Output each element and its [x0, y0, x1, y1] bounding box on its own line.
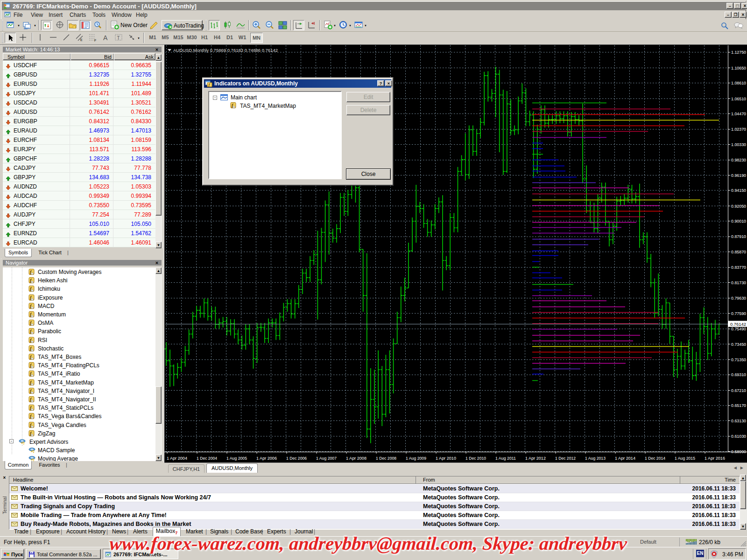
svg-text:1.04470: 1.04470	[731, 111, 746, 116]
svg-text:1 Aug 2011: 1 Aug 2011	[495, 455, 516, 461]
svg-text:0.75490: 0.75490	[731, 326, 746, 331]
svg-text:1 Dec 2012: 1 Dec 2012	[555, 455, 576, 461]
svg-text:0.76142: 0.76142	[730, 322, 746, 327]
svg-text:1 Aug 2005: 1 Aug 2005	[226, 455, 247, 461]
svg-text:0.58990: 0.58990	[731, 449, 746, 454]
svg-text:0.87910: 0.87910	[731, 234, 746, 239]
svg-text:1 Aug 2013: 1 Aug 2013	[585, 455, 606, 461]
svg-text:1.12750: 1.12750	[731, 49, 746, 55]
svg-text:0.90010: 0.90010	[731, 218, 746, 224]
svg-text:1 Apr 2014: 1 Apr 2014	[615, 455, 635, 461]
svg-text:0.65170: 0.65170	[731, 403, 746, 408]
svg-text:1 Aug 2009: 1 Aug 2009	[406, 455, 426, 461]
svg-text:0.98230: 0.98230	[731, 157, 746, 162]
svg-text:1 Aug 2007: 1 Aug 2007	[316, 455, 337, 461]
svg-text:0.92050: 0.92050	[731, 203, 746, 209]
svg-text:1 Apr 2016: 1 Apr 2016	[705, 455, 725, 461]
svg-text:1 Dec 2010: 1 Dec 2010	[465, 455, 486, 461]
svg-text:1 Dec 2008: 1 Dec 2008	[376, 455, 396, 461]
svg-text:0.85870: 0.85870	[731, 249, 746, 254]
svg-text:0.94150: 0.94150	[731, 188, 746, 193]
svg-text:0.83770: 0.83770	[731, 265, 746, 270]
svg-text:0.81730: 0.81730	[731, 280, 746, 285]
svg-text:1 Apr 2008: 1 Apr 2008	[346, 455, 366, 461]
svg-text:1 Dec 2014: 1 Dec 2014	[645, 455, 665, 461]
svg-text:AUDUSD,Monthly 0.75869 0.7618: AUDUSD,Monthly 0.75869 0.76183 0.74886 0…	[173, 48, 278, 53]
svg-text:1 Apr 2004: 1 Apr 2004	[167, 455, 187, 461]
svg-text:0.71350: 0.71350	[731, 357, 746, 362]
svg-text:1.08610: 1.08610	[731, 80, 746, 85]
svg-text:1 Aug 2015: 1 Aug 2015	[675, 455, 695, 461]
svg-text:1.06510: 1.06510	[731, 96, 746, 101]
svg-text:1.02370: 1.02370	[731, 126, 746, 132]
svg-text:1 Dec 2004: 1 Dec 2004	[197, 455, 217, 461]
svg-text:A: A	[103, 34, 108, 42]
svg-text:0.77590: 0.77590	[731, 311, 746, 316]
svg-text:0.63130: 0.63130	[731, 418, 746, 423]
svg-text:1 Dec 2006: 1 Dec 2006	[286, 455, 307, 461]
svg-text:E: E	[80, 38, 83, 42]
svg-text:T: T	[117, 35, 120, 41]
svg-text:0.67210: 0.67210	[731, 388, 746, 393]
svg-text:0.96190: 0.96190	[731, 173, 746, 178]
svg-text:1.00330: 1.00330	[731, 142, 746, 147]
svg-text:1 Apr 2010: 1 Apr 2010	[436, 455, 456, 461]
svg-text:0.69310: 0.69310	[731, 372, 746, 377]
svg-text:1 Apr 2006: 1 Apr 2006	[256, 455, 277, 461]
svg-text:1 Apr 2012: 1 Apr 2012	[525, 455, 546, 461]
svg-text:0.73450: 0.73450	[731, 342, 746, 347]
svg-text:0.79630: 0.79630	[731, 295, 746, 301]
svg-text:0.61030: 0.61030	[731, 434, 746, 439]
svg-text:1.10650: 1.10650	[731, 65, 746, 70]
svg-text:F: F	[94, 39, 96, 42]
